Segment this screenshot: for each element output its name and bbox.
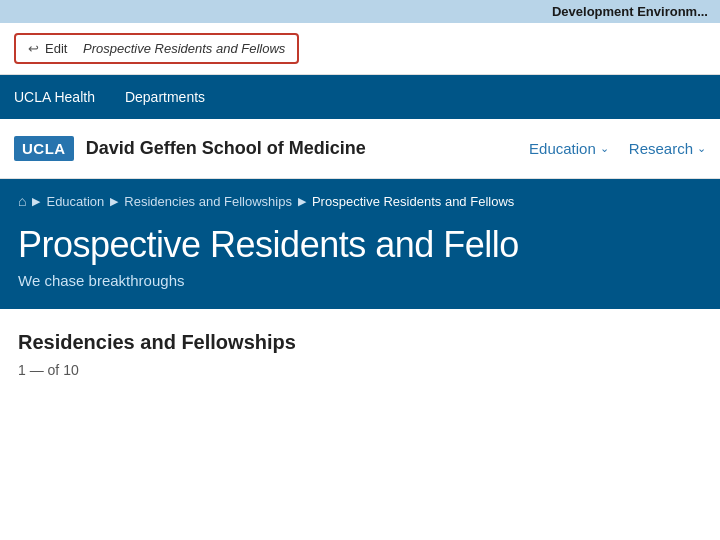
hero-section: ⌂ ▶ Education ▶ Residencies and Fellowsh… [0, 179, 720, 309]
nav-links: Education ⌄ Research ⌄ [529, 140, 706, 157]
edit-page-name: Prospective Residents and Fellows [83, 41, 285, 56]
edit-label: Edit [45, 41, 67, 56]
breadcrumb-sep-3: ▶ [298, 195, 306, 208]
edit-bar: ↩ Edit Prospective Residents and Fellows [0, 23, 720, 75]
section-heading: Residencies and Fellowships [18, 331, 702, 354]
nav-education[interactable]: Education ⌄ [529, 140, 609, 157]
home-icon[interactable]: ⌂ [18, 193, 26, 209]
breadcrumb-sep-2: ▶ [110, 195, 118, 208]
school-title: David Geffen School of Medicine [86, 138, 529, 159]
breadcrumb: ⌂ ▶ Education ▶ Residencies and Fellowsh… [18, 193, 702, 209]
content-area: Residencies and Fellowships 1 — of 10 [0, 309, 720, 388]
dev-banner: Development Environm... [0, 0, 720, 23]
breadcrumb-current: Prospective Residents and Fellows [312, 194, 514, 209]
nav-education-label: Education [529, 140, 596, 157]
chevron-down-icon: ⌄ [600, 142, 609, 155]
dev-banner-text: Development Environm... [552, 4, 708, 19]
section-subtext: 1 — of 10 [18, 362, 702, 378]
nav-research[interactable]: Research ⌄ [629, 140, 706, 157]
edit-button[interactable]: ↩ Edit Prospective Residents and Fellows [14, 33, 299, 64]
top-nav-departments[interactable]: Departments [125, 89, 205, 105]
ucla-logo: UCLA [14, 136, 74, 161]
top-nav-ucla-health[interactable]: UCLA Health [14, 89, 95, 105]
nav-research-label: Research [629, 140, 693, 157]
main-nav: UCLA David Geffen School of Medicine Edu… [0, 119, 720, 179]
breadcrumb-sep-1: ▶ [32, 195, 40, 208]
hero-title: Prospective Residents and Fello [18, 223, 702, 266]
top-nav: UCLA Health Departments [0, 75, 720, 119]
chevron-down-icon-research: ⌄ [697, 142, 706, 155]
back-arrow-icon: ↩ [28, 41, 39, 56]
hero-subtitle: We chase breakthroughs [18, 272, 702, 289]
breadcrumb-residencies[interactable]: Residencies and Fellowships [124, 194, 292, 209]
breadcrumb-education[interactable]: Education [46, 194, 104, 209]
